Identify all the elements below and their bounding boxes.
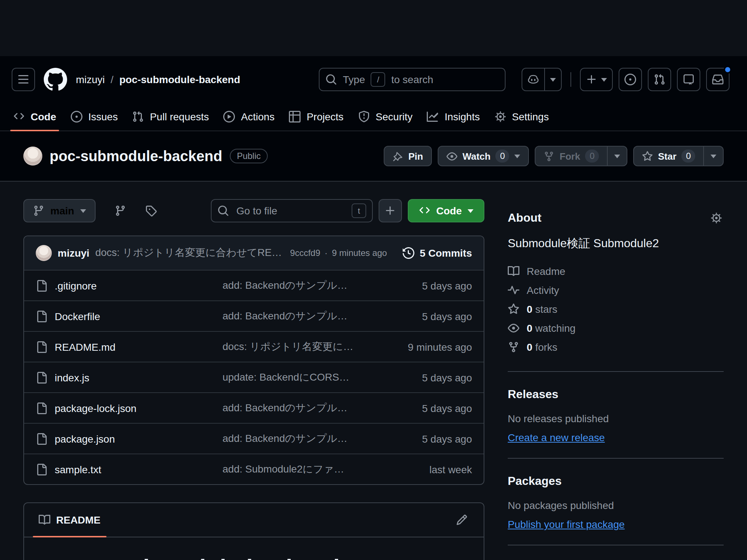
bookmark-header-button[interactable] [677, 68, 700, 91]
repo-actions: Pin Watch 0 Fork 0 Star 0 [383, 146, 724, 166]
readme-tab-label: README [56, 514, 100, 526]
fork-button[interactable]: Fork 0 [535, 147, 607, 166]
file-commit-message-link[interactable]: add: Backendのサンプルを作成 [222, 310, 354, 323]
watch-button[interactable]: Watch 0 [438, 146, 529, 166]
git-branch-icon [114, 205, 126, 217]
history-icon [403, 247, 415, 259]
book-icon [508, 266, 519, 277]
caret-down-icon [550, 78, 556, 81]
file-name-link[interactable]: index.js [55, 372, 89, 383]
packages-heading[interactable]: Packages [508, 475, 724, 488]
releases-heading[interactable]: Releases [508, 388, 724, 401]
t-key-hint: t [352, 203, 366, 218]
tab-pull-requests[interactable]: Pull requests [125, 103, 216, 131]
edit-readme-button[interactable] [452, 510, 472, 530]
slash-key-hint: / [371, 72, 386, 87]
readme-tab[interactable]: README [30, 503, 109, 537]
tab-projects[interactable]: Projects [282, 103, 351, 131]
file-row[interactable]: Dockerfile add: Backendのサンプルを作成 5 days a… [24, 300, 484, 331]
branches-link[interactable] [114, 205, 126, 217]
publish-package-link[interactable]: Publish your first package [508, 519, 625, 530]
file-commit-message-link[interactable]: docs: リポジトリ名変更に合わせて... [222, 340, 354, 353]
hamburger-menu-button[interactable] [12, 68, 35, 91]
star-menu-caret[interactable] [703, 147, 723, 166]
commits-history-link[interactable]: 5 Commits [403, 247, 472, 259]
go-to-file-search[interactable]: t [211, 199, 373, 222]
tab-label: Code [31, 111, 56, 122]
file-name-link[interactable]: package.json [55, 433, 115, 444]
file-commit-message-link[interactable]: add: Backendのサンプルを作成 [222, 401, 354, 415]
commit-message-link[interactable]: docs: リポジトリ名変更に合わせてREADMEを... [95, 246, 284, 260]
fork-menu-caret[interactable] [607, 147, 627, 166]
file-name-link[interactable]: .gitignore [55, 280, 97, 291]
breadcrumb: mizuyi / poc-submodule-backend [76, 74, 240, 85]
repo-title[interactable]: poc-submodule-backend [50, 148, 222, 164]
branch-selector-button[interactable]: main [23, 199, 95, 222]
global-search-input[interactable]: Type / to search [319, 68, 506, 91]
repo-owner-avatar[interactable] [23, 147, 42, 166]
star-button[interactable]: Star 0 [634, 147, 703, 166]
repo-nav-tabs: Code Issues Pull requests Actions Projec… [0, 103, 747, 131]
copilot-menu-caret[interactable] [545, 69, 561, 90]
file-icon [36, 372, 47, 383]
repo-forked-icon [508, 342, 519, 353]
tab-settings[interactable]: Settings [487, 103, 556, 131]
add-file-button[interactable] [379, 199, 402, 222]
file-row[interactable]: .gitignore add: Backendのサンプルを作成 5 days a… [24, 270, 484, 300]
star-icon [642, 151, 653, 162]
issues-header-button[interactable] [619, 68, 642, 91]
forks-meta-link[interactable]: 0 forks [508, 338, 724, 357]
file-name-link[interactable]: Dockerfile [55, 310, 100, 322]
unread-notification-dot [724, 66, 732, 74]
readme-body: poc-submodule-backend Submodule検証 Submod… [24, 537, 484, 560]
tab-insights[interactable]: Insights [420, 103, 487, 131]
file-commit-message-link[interactable]: add: Backendのサンプルを作成 [222, 432, 354, 445]
watching-meta-link[interactable]: 0 watching [508, 319, 724, 338]
file-commit-message-link[interactable]: add: Submodule2にファイルを追加 [222, 463, 354, 476]
copilot-chat-button[interactable] [522, 69, 544, 90]
file-row[interactable]: package.json add: Backendのサンプルを作成 5 days… [24, 423, 484, 454]
caret-down-icon [80, 209, 86, 213]
commit-sha-link[interactable]: 9cccfd9 [290, 248, 320, 258]
commit-meta: 9cccfd9 · 9 minutes ago [290, 248, 387, 258]
github-logo[interactable] [44, 68, 67, 91]
code-toolbar: main t Code [23, 199, 484, 222]
create-new-button[interactable] [580, 68, 613, 91]
activity-meta-link[interactable]: Activity [508, 281, 724, 300]
code-download-button[interactable]: Code [408, 199, 484, 222]
pin-button[interactable]: Pin [383, 146, 431, 166]
tab-label: Actions [241, 111, 275, 122]
tags-link[interactable] [145, 205, 156, 217]
file-name-link[interactable]: README.md [55, 341, 115, 353]
file-row[interactable]: sample.txt add: Submodule2にファイルを追加 last … [24, 454, 484, 484]
breadcrumb-separator: / [111, 74, 113, 85]
go-to-file-input[interactable] [235, 204, 346, 217]
tab-code[interactable]: Code [6, 103, 63, 131]
breadcrumb-repo-link[interactable]: poc-submodule-backend [119, 74, 240, 85]
file-name-link[interactable]: sample.txt [55, 463, 101, 475]
commit-author-link[interactable]: mizuyi [58, 247, 89, 259]
github-repo-page: mizuyi / poc-submodule-backend Type / to… [0, 56, 747, 560]
tab-issues[interactable]: Issues [63, 103, 125, 131]
file-row[interactable]: index.js update: BackendにCORSの設定を... 5 d… [24, 362, 484, 392]
pull-requests-header-button[interactable] [648, 68, 671, 91]
stars-meta-link[interactable]: 0 stars [508, 300, 724, 319]
file-commit-message-link[interactable]: update: BackendにCORSの設定を... [222, 371, 354, 384]
file-row[interactable]: package-lock.json add: Backendのサンプルを作成 5… [24, 392, 484, 423]
caret-down-icon [601, 78, 607, 81]
fork-label: Fork [560, 151, 580, 162]
readme-meta-link[interactable]: Readme [508, 262, 724, 281]
file-list-card: mizuyi docs: リポジトリ名変更に合わせてREADMEを... 9cc… [23, 236, 484, 485]
file-row[interactable]: README.md docs: リポジトリ名変更に合わせて... 9 minut… [24, 331, 484, 362]
forks-count: 0 [527, 342, 533, 353]
commit-author-avatar[interactable] [36, 245, 52, 261]
file-commit-message-link[interactable]: add: Backendのサンプルを作成 [222, 279, 354, 292]
tab-security[interactable]: Security [351, 103, 420, 131]
edit-repo-details-button[interactable] [709, 211, 724, 225]
tab-actions[interactable]: Actions [216, 103, 282, 131]
about-title: About [508, 211, 541, 225]
file-name-link[interactable]: package-lock.json [55, 402, 136, 414]
breadcrumb-owner-link[interactable]: mizuyi [76, 74, 105, 85]
create-release-link[interactable]: Create a new release [508, 432, 605, 444]
file-icon [36, 280, 47, 291]
